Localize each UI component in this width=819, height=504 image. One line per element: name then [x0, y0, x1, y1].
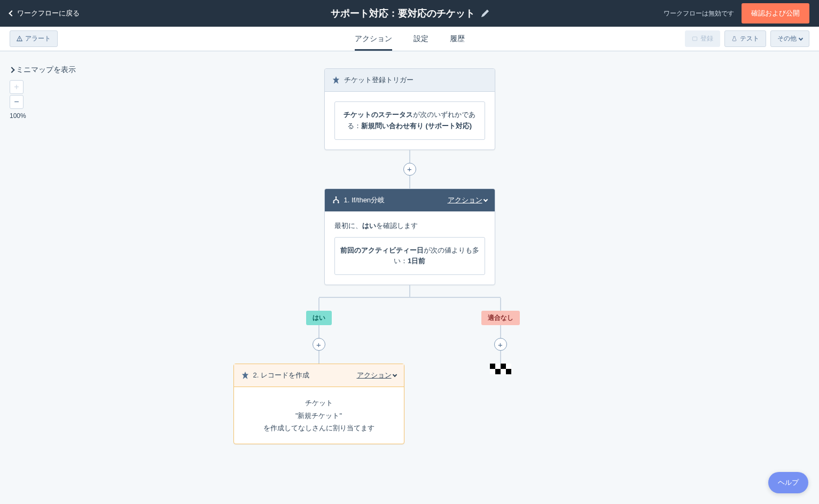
- more-button[interactable]: その他: [770, 30, 809, 47]
- add-action-button[interactable]: +: [313, 338, 325, 351]
- register-button: 登録: [685, 30, 720, 47]
- branch-title: 1. If/then分岐: [344, 195, 385, 205]
- connector-line: [318, 298, 319, 311]
- tab-history[interactable]: 履歴: [450, 27, 465, 51]
- trigger-condition: チケットのステータスが次のいずれかである：新規問い合わせ有り (サポート対応): [334, 101, 485, 140]
- record-body-text: チケット "新規チケット" を作成してなしさんに割り当てます: [244, 397, 394, 434]
- chevron-down-icon: [483, 197, 487, 201]
- add-action-button[interactable]: +: [403, 163, 416, 176]
- alerts-label: アラート: [25, 34, 51, 43]
- svg-point-3: [338, 202, 339, 203]
- connector-line: [409, 176, 410, 188]
- connector-line: [318, 325, 319, 338]
- alerts-button[interactable]: アラート: [10, 30, 58, 47]
- chevron-down-icon: [392, 373, 396, 377]
- test-button[interactable]: テスト: [724, 30, 766, 47]
- trigger-icon: [332, 76, 340, 84]
- svg-point-2: [333, 202, 334, 203]
- record-action-link[interactable]: アクション: [357, 371, 396, 380]
- trigger-title: チケット登録トリガー: [344, 75, 414, 85]
- connector-line: [500, 351, 501, 364]
- record-card[interactable]: 2. レコードを作成 アクション チケット "新規チケット" を作成してなしさん…: [233, 364, 404, 444]
- branch-condition: 前回のアクティビティー日が次の値よりも多い：1日前: [334, 237, 485, 275]
- minimap-label: ミニマップを表示: [16, 65, 76, 75]
- zoom-level: 100%: [10, 112, 26, 120]
- workflow-canvas[interactable]: ミニマップを表示 + − 100% チケット登録トリガー チケットのステータスが…: [0, 51, 819, 504]
- connector-line: [409, 285, 410, 297]
- branch-card[interactable]: 1. If/then分岐 アクション 最初に、はいを確認します 前回のアクティビ…: [324, 188, 495, 286]
- connector-line: [500, 298, 501, 311]
- register-icon: [692, 36, 698, 42]
- back-to-workflows-link[interactable]: ワークフローに戻る: [10, 9, 80, 18]
- trigger-card[interactable]: チケット登録トリガー チケットのステータスが次のいずれかである：新規問い合わせ有…: [324, 68, 495, 150]
- record-icon: [241, 372, 249, 379]
- chevron-right-icon: [9, 67, 14, 73]
- zoom-out-button[interactable]: −: [10, 95, 24, 109]
- help-button[interactable]: ヘルプ: [768, 472, 808, 493]
- test-label: テスト: [740, 34, 759, 43]
- svg-point-1: [335, 196, 337, 198]
- publish-button[interactable]: 確認および公開: [742, 3, 809, 23]
- branch-no-label[interactable]: 適合なし: [481, 311, 520, 325]
- workflow-title: サポート対応：要対応のチケット: [331, 7, 475, 20]
- branch-action-link[interactable]: アクション: [448, 195, 487, 205]
- more-label: その他: [777, 34, 797, 43]
- register-label: 登録: [700, 34, 713, 43]
- workflow-disabled-text: ワークフローは無効です: [664, 9, 734, 18]
- connector-line: [409, 150, 410, 163]
- connector-line: [318, 351, 319, 364]
- test-icon: [731, 36, 737, 42]
- end-marker: [490, 364, 511, 374]
- chevron-down-icon: [799, 36, 803, 40]
- tab-action[interactable]: アクション: [355, 27, 392, 51]
- minimap-toggle[interactable]: ミニマップを表示: [10, 65, 76, 75]
- back-label: ワークフローに戻る: [17, 9, 80, 18]
- chevron-left-icon: [9, 10, 14, 16]
- svg-rect-0: [692, 37, 697, 41]
- branch-icon: [332, 196, 340, 204]
- connector-line: [500, 325, 501, 338]
- alert-icon: [17, 36, 22, 42]
- branch-intro-text: 最初に、はいを確認します: [334, 221, 485, 231]
- record-title: 2. レコードを作成: [253, 371, 309, 380]
- tab-settings[interactable]: 設定: [414, 27, 428, 51]
- edit-icon[interactable]: [481, 10, 489, 17]
- add-action-button[interactable]: +: [494, 338, 507, 351]
- zoom-in-button[interactable]: +: [10, 80, 24, 94]
- branch-yes-label[interactable]: はい: [306, 311, 332, 325]
